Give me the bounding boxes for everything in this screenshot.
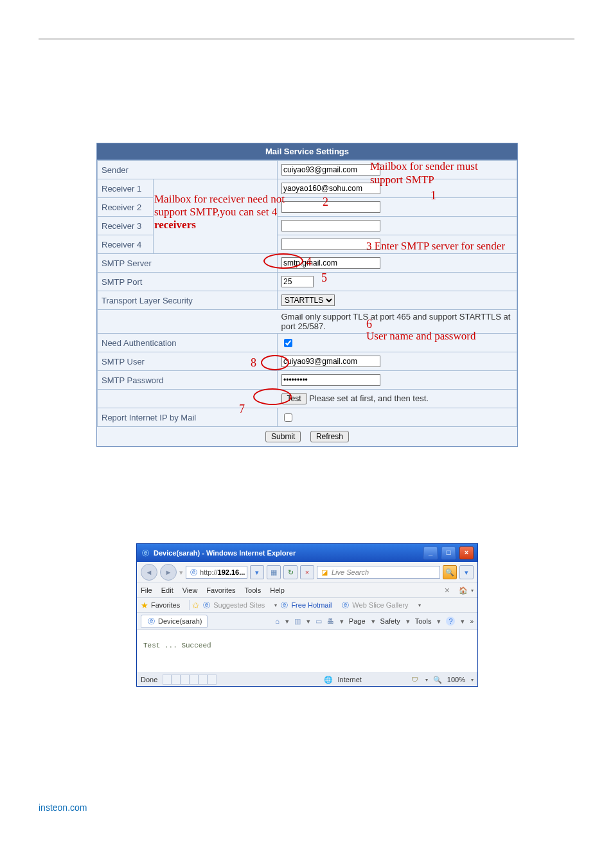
smtp-port-input[interactable]: [281, 276, 314, 287]
sender-input[interactable]: [281, 164, 380, 176]
menu-tools[interactable]: Tools: [245, 586, 268, 594]
need-auth-checkbox[interactable]: [284, 339, 292, 347]
panel-title: Mail Service Settings: [97, 143, 517, 160]
internet-zone-icon: 🌐: [324, 675, 333, 684]
ie-window: ⓔ Device(sarah) - Windows Internet Explo…: [136, 543, 478, 687]
command-bar: ⓔ Device(sarah) ⌂▾ ▥▾ ▭ 🖶▾ Page▾ Safety▾…: [137, 613, 477, 630]
smtp-user-input[interactable]: [281, 356, 380, 367]
close-button[interactable]: ×: [459, 547, 474, 559]
menu-bar: File Edit View Favorites Tools Help × 🏠▾: [137, 583, 477, 598]
cmd-safety[interactable]: Safety: [380, 617, 400, 625]
menu-help[interactable]: Help: [270, 586, 291, 594]
window-title: Device(sarah) - Windows Internet Explore…: [154, 549, 420, 557]
favorites-bar: ★ Favorites ✩ ⓔ Suggested Sites▾ ⓔ Free …: [137, 598, 477, 613]
tab-label: Device(sarah): [158, 617, 202, 625]
maximize-button[interactable]: □: [441, 547, 456, 559]
zoom-dropdown-icon[interactable]: ▾: [470, 677, 474, 683]
window-title-bar: ⓔ Device(sarah) - Windows Internet Explo…: [137, 544, 477, 562]
smtp-server-input[interactable]: [281, 257, 380, 269]
status-zoom: 100%: [447, 676, 465, 683]
menu-view[interactable]: View: [182, 586, 204, 594]
free-hotmail-link[interactable]: Free Hotmail: [291, 601, 338, 609]
close-x-icon[interactable]: ×: [445, 585, 450, 595]
smtp-user-label: SMTP User: [98, 352, 278, 371]
favorites-star-icon[interactable]: ★: [141, 601, 148, 610]
address-dropdown-icon[interactable]: ▾: [250, 565, 264, 579]
refresh-button[interactable]: Refresh: [310, 431, 349, 442]
cmd-help-icon[interactable]: ?: [446, 617, 455, 626]
status-done: Done: [141, 676, 157, 683]
favorites-label[interactable]: Favorites: [151, 601, 186, 609]
nav-bar: ◄ ► ▾ ⓔ http://192.16... ▾ ▦ ↻ × ◪ Live …: [137, 562, 477, 583]
smtp-server-label: SMTP Server: [98, 254, 278, 273]
smtp-pass-input[interactable]: [281, 374, 380, 386]
minimize-button[interactable]: _: [423, 547, 438, 559]
smtp-pass-label: SMTP Password: [98, 371, 278, 390]
footer-link[interactable]: insteon.com: [39, 802, 574, 813]
cmd-feeds-icon[interactable]: ▥: [294, 617, 301, 626]
live-search-icon: ◪: [320, 568, 329, 577]
header-rule: [39, 39, 574, 40]
search-box[interactable]: ◪ Live Search: [317, 566, 440, 579]
zoom-icon: 🔍: [433, 675, 442, 684]
ie-mini-icon3: ⓔ: [341, 601, 350, 610]
url-prefix: http://: [200, 568, 218, 576]
tls-note: Gmail only support TLS at port 465 and s…: [278, 310, 517, 334]
compat-view-icon[interactable]: ▦: [267, 565, 281, 579]
browser-tab[interactable]: ⓔ Device(sarah): [141, 615, 208, 628]
menu-favorites[interactable]: Favorites: [206, 586, 242, 594]
status-bar: Done 🌐 Internet 🛡▾ 🔍 100% ▾: [137, 673, 477, 686]
search-dropdown-icon[interactable]: ▾: [459, 565, 474, 579]
test-button[interactable]: Test: [281, 393, 307, 404]
receiver3-label: Receiver 3: [98, 217, 154, 235]
web-slice-link[interactable]: Web Slice Gallery: [352, 601, 414, 609]
refresh-button-icon[interactable]: ↻: [283, 565, 298, 579]
browser-viewport: Test ... Succeed: [137, 630, 477, 673]
tab-favicon-icon: ⓔ: [147, 617, 155, 626]
protected-mode-icon: 🛡: [411, 675, 420, 684]
add-favorites-icon[interactable]: ✩: [192, 601, 199, 610]
status-zone: Internet: [338, 676, 362, 683]
report-ip-label: Report Internet IP by Mail: [98, 408, 278, 427]
receiver4-label: Receiver 4: [98, 235, 154, 254]
cmd-home-icon[interactable]: ⌂: [275, 617, 280, 625]
receiver2-input[interactable]: [281, 201, 380, 213]
tls-select[interactable]: STARTTLS: [281, 294, 335, 306]
cmd-read-mail-icon[interactable]: ▭: [315, 617, 322, 626]
home-icon[interactable]: 🏠: [459, 586, 468, 595]
receiver4-input[interactable]: [281, 239, 380, 250]
cmd-tools[interactable]: Tools: [415, 617, 432, 625]
menu-edit[interactable]: Edit: [161, 586, 180, 594]
stop-button-icon[interactable]: ×: [300, 565, 314, 579]
sender-label: Sender: [98, 161, 278, 179]
status-progress-slots: [163, 674, 217, 685]
cmd-page[interactable]: Page: [349, 617, 366, 625]
ie-logo-icon: ⓔ: [141, 548, 150, 557]
url-host: 192.16...: [218, 568, 245, 576]
menu-file[interactable]: File: [141, 586, 159, 594]
ie-mini-icon2: ⓔ: [280, 601, 289, 610]
address-bar[interactable]: ⓔ http://192.16...: [186, 566, 247, 579]
back-button[interactable]: ◄: [141, 564, 157, 581]
need-auth-label: Need Authentication: [98, 334, 278, 352]
test-hint: Please set at first, and then test.: [309, 393, 429, 403]
smtp-port-label: SMTP Port: [98, 273, 278, 291]
search-placeholder: Live Search: [332, 568, 369, 576]
suggested-sites-link[interactable]: Suggested Sites: [213, 601, 271, 609]
tls-label: Transport Layer Security: [98, 291, 278, 310]
forward-button[interactable]: ►: [160, 564, 177, 581]
test-result: Test ... Succeed: [143, 642, 211, 649]
receiver1-input[interactable]: [281, 183, 380, 194]
submit-button[interactable]: Submit: [265, 431, 301, 442]
cmd-print-icon[interactable]: 🖶: [327, 617, 334, 625]
ie-mini-icon: ⓔ: [202, 601, 211, 610]
receiver2-label: Receiver 2: [98, 198, 154, 217]
report-ip-checkbox[interactable]: [284, 413, 292, 422]
mail-settings-panel: Mail Service Settings Sender Receiver 1: [96, 143, 518, 447]
receiver1-label: Receiver 1: [98, 179, 154, 198]
search-go-button[interactable]: 🔍: [443, 565, 457, 579]
receiver3-input[interactable]: [281, 220, 380, 231]
